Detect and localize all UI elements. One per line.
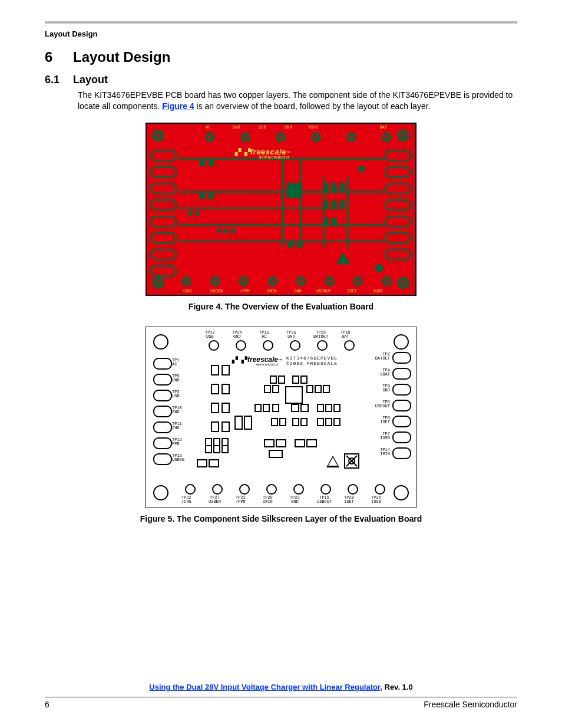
edge-connector-label: TP1 AC <box>172 358 180 367</box>
test-point-label: TP21 /PPR <box>236 496 246 504</box>
edge-connector-label: TP8 GND <box>172 374 180 383</box>
edge-connector-icon <box>153 421 172 433</box>
test-point-label: TP24 GND <box>232 331 242 339</box>
board-id-text: KIT34676BEPEVBE ©2008 FREESCALE <box>286 355 338 366</box>
mounting-hole-icon <box>153 277 164 289</box>
edge-connector-label: TP7 IUSB <box>371 432 390 440</box>
test-point-icon <box>293 484 304 495</box>
test-point-label: TP19 USBOUT <box>317 496 332 504</box>
test-point-icon <box>290 340 300 351</box>
edge-connector-label: TP6 ISET <box>371 416 390 424</box>
para-text-2: is an overview of the board, followed by… <box>194 101 431 111</box>
test-point-label: TP18 BAT <box>340 331 351 339</box>
test-point-label: TP15 AC <box>259 331 269 339</box>
edge-connector-icon <box>150 183 177 195</box>
esd-triangle-icon <box>336 252 351 264</box>
edge-connector-label: TP3 USB <box>172 390 180 398</box>
test-point-icon <box>344 340 355 351</box>
footer-rev: Rev. 1.0 <box>382 683 413 691</box>
subsection-title-text: Layout <box>73 74 108 85</box>
freescale-logo: ▖▘▗▝freescale™ semiconductor <box>232 355 282 366</box>
esd-triangle-icon <box>326 456 339 467</box>
edge-connector-icon <box>150 199 177 211</box>
edge-connector-icon <box>153 374 172 386</box>
edge-connector-icon <box>385 150 412 162</box>
body-paragraph: The KIT34676EPEVBE PCB board has two cop… <box>78 90 517 112</box>
test-point-icon <box>263 340 273 351</box>
test-point-icon <box>317 340 328 351</box>
edge-connector-icon <box>392 368 411 380</box>
edge-connector-label: TP11 CHG <box>172 422 182 430</box>
test-point-icon <box>236 340 246 351</box>
edge-connector-label: TP13 USBEN <box>172 454 184 462</box>
mounting-hole-icon <box>153 130 164 141</box>
edge-connector-icon <box>385 199 412 211</box>
edge-connector-label: TP4 VBAT <box>371 368 390 377</box>
mounting-hole-icon <box>394 334 409 350</box>
edge-connector-icon <box>153 406 172 417</box>
edge-connector-label: TP14 IMIN <box>371 448 390 456</box>
edge-connector-label: TP2 BATDET <box>371 353 390 361</box>
edge-connector-label: TP9 GND <box>371 384 390 393</box>
edge-connector-icon <box>385 183 412 195</box>
edge-connector-icon <box>153 453 172 465</box>
test-point-icon <box>266 484 277 495</box>
test-point-icon <box>185 484 196 495</box>
footer-doc-link[interactable]: Using the Dual 28V Input Voltage Charger… <box>149 683 382 691</box>
silkscreen-image: ▖▘▗▝freescale™ semiconductor KIT34676BEP… <box>146 327 416 508</box>
figure-4-caption: Figure 4. The Overview of the Evaluation… <box>45 302 517 311</box>
edge-connector-icon <box>385 166 412 178</box>
test-point-label: TP26 IUSB <box>371 496 381 504</box>
footer-vendor: Freescale Semiconductor <box>424 700 517 709</box>
test-point-label: TP27 USBEN <box>209 496 221 504</box>
edge-connector-label: TP12 PPR <box>172 438 182 446</box>
section-number: 6 <box>45 49 73 65</box>
footer-rule <box>45 697 517 697</box>
edge-connector-icon <box>385 249 412 261</box>
edge-connector-icon <box>153 390 172 401</box>
edge-connector-icon <box>150 232 177 244</box>
figure-5-caption: Figure 5. The Component Side Silkscreen … <box>45 514 517 523</box>
edge-connector-icon <box>392 447 411 459</box>
figure-4: ▖▘▗▝freescale™ semiconductor AC GND USB … <box>45 123 517 296</box>
edge-connector-icon <box>150 216 177 228</box>
edge-connector-icon <box>385 216 412 228</box>
edge-connector-icon <box>385 232 412 244</box>
running-head: Layout Design <box>45 29 517 38</box>
page-number: 6 <box>45 700 49 709</box>
pcb-overview-image: ▖▘▗▝freescale™ semiconductor AC GND USB … <box>146 123 416 296</box>
figure-4-link[interactable]: Figure 4 <box>162 101 194 111</box>
edge-connector-icon <box>150 166 177 178</box>
edge-connector-icon <box>150 150 177 162</box>
edge-connector-icon <box>150 265 177 277</box>
mounting-hole-icon <box>153 485 168 500</box>
test-point-icon <box>375 484 385 495</box>
ic-chip-icon <box>287 183 302 198</box>
no-touch-icon <box>344 453 359 469</box>
page: Layout Design 6Layout Design 6.1Layout T… <box>0 0 562 728</box>
test-point-label: TP23 GND <box>290 496 300 504</box>
mounting-hole-icon <box>398 130 409 141</box>
mounting-hole-icon <box>398 277 409 289</box>
mounting-hole-icon <box>394 485 409 500</box>
freescale-logo: ▖▘▗▝freescale™ semiconductor <box>235 147 291 159</box>
test-point-icon <box>239 484 250 495</box>
test-point-label: TP16 BATDET <box>313 331 328 339</box>
edge-connector-icon <box>392 416 411 427</box>
section-heading: 6Layout Design <box>45 49 517 65</box>
edge-connector-icon <box>150 249 177 261</box>
subsection-number: 6.1 <box>45 74 73 86</box>
figure-5: ▖▘▗▝freescale™ semiconductor KIT34676BEP… <box>45 327 517 508</box>
subsection-heading: 6.1Layout <box>45 74 517 86</box>
edge-connector-icon <box>392 431 411 443</box>
test-point-label: TP17 USB <box>205 331 215 339</box>
mounting-hole-icon <box>153 334 168 350</box>
edge-connector-icon <box>392 400 411 411</box>
test-point-label: TP22 /CHG <box>181 496 191 504</box>
test-point-icon <box>209 340 219 351</box>
edge-connector-label: TP5 USBOUT <box>371 400 390 409</box>
edge-connector-icon <box>153 358 172 370</box>
test-point-icon <box>212 484 223 495</box>
test-point-icon <box>320 484 331 495</box>
edge-connector-icon <box>392 352 411 364</box>
